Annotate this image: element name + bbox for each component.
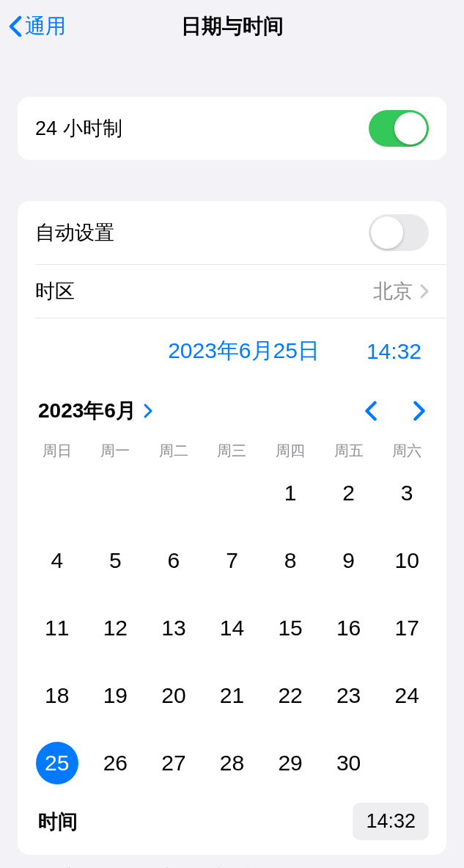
time-label: 时间 xyxy=(38,809,78,835)
day-number: 18 xyxy=(45,683,69,708)
month-navigation: 2023年6月 xyxy=(18,379,446,435)
chevron-right-icon xyxy=(420,284,429,299)
day-number: 19 xyxy=(103,683,128,708)
back-button[interactable]: 通用 xyxy=(0,12,66,40)
day-cell[interactable]: 28 xyxy=(203,743,262,784)
day-number: 3 xyxy=(401,481,413,506)
day-cell[interactable]: 12 xyxy=(86,608,145,649)
calendar-grid: 1234567891011121314151617181920212223242… xyxy=(18,467,446,795)
day-cell[interactable]: 21 xyxy=(203,675,262,716)
day-cell-empty xyxy=(203,473,262,514)
day-cell[interactable]: 13 xyxy=(144,608,203,649)
row-time-picker: 时间 14:32 xyxy=(18,795,446,855)
day-cell[interactable]: 17 xyxy=(378,608,436,649)
day-number: 20 xyxy=(161,683,185,708)
toggle-24hour[interactable] xyxy=(369,110,429,147)
day-number: 5 xyxy=(109,548,122,573)
day-cell[interactable]: 25 xyxy=(28,743,86,784)
chevron-right-icon xyxy=(144,404,152,418)
day-number: 29 xyxy=(278,751,302,776)
day-number: 11 xyxy=(45,616,69,641)
weekday-header: 周日周一周二周三周四周五周六 xyxy=(18,435,446,467)
day-number: 30 xyxy=(336,751,361,776)
toggle-auto-set[interactable] xyxy=(369,214,429,251)
day-cell[interactable]: 16 xyxy=(320,608,378,649)
day-number: 8 xyxy=(284,548,297,573)
section-24hour: 24 小时制 xyxy=(18,97,446,160)
day-cell[interactable]: 5 xyxy=(86,540,145,581)
day-cell[interactable]: 19 xyxy=(86,675,145,716)
weekday-label: 周日 xyxy=(28,441,86,461)
day-number: 4 xyxy=(51,548,63,573)
label-timezone: 时区 xyxy=(35,278,75,304)
day-cell-empty xyxy=(28,473,86,514)
back-label: 通用 xyxy=(25,12,66,40)
day-cell[interactable]: 20 xyxy=(144,675,203,716)
row-date-time-display: 2023年6月25日 14:32 xyxy=(18,318,446,379)
day-cell[interactable]: 11 xyxy=(28,608,86,649)
value-timezone: 北京 xyxy=(373,278,429,304)
label-24hour: 24 小时制 xyxy=(35,115,122,142)
day-cell[interactable]: 1 xyxy=(261,473,320,514)
day-number: 28 xyxy=(220,751,244,776)
weekday-label: 周三 xyxy=(203,441,262,461)
label-auto-set: 自动设置 xyxy=(35,219,114,246)
row-timezone[interactable]: 时区 北京 xyxy=(18,265,446,318)
toggle-knob xyxy=(394,112,427,145)
day-number: 12 xyxy=(103,616,128,641)
prev-month-button[interactable] xyxy=(364,401,378,421)
day-cell[interactable]: 23 xyxy=(320,675,378,716)
day-number: 9 xyxy=(342,548,355,573)
day-cell[interactable]: 2 xyxy=(320,473,378,514)
day-cell[interactable]: 26 xyxy=(86,743,145,784)
day-cell[interactable]: 6 xyxy=(144,540,203,581)
day-number: 27 xyxy=(161,751,185,776)
date-display[interactable]: 2023年6月25日 xyxy=(168,336,320,366)
day-cell[interactable]: 9 xyxy=(320,540,378,581)
day-number: 26 xyxy=(103,751,128,776)
day-number: 21 xyxy=(220,683,244,708)
header: 通用 日期与时间 xyxy=(0,0,464,53)
toggle-knob xyxy=(371,216,403,249)
day-cell[interactable]: 15 xyxy=(261,608,320,649)
weekday-label: 周五 xyxy=(320,441,378,461)
day-number: 2 xyxy=(342,481,355,506)
day-cell[interactable]: 14 xyxy=(203,608,262,649)
day-number: 14 xyxy=(220,616,244,641)
day-cell[interactable]: 29 xyxy=(261,743,320,784)
time-picker[interactable]: 14:32 xyxy=(353,803,429,840)
day-cell[interactable]: 3 xyxy=(378,473,436,514)
time-display[interactable]: 14:32 xyxy=(367,339,421,364)
weekday-label: 周二 xyxy=(144,441,203,461)
day-cell[interactable]: 10 xyxy=(378,540,436,581)
row-24hour: 24 小时制 xyxy=(18,97,446,160)
day-cell[interactable]: 30 xyxy=(320,743,378,784)
day-cell[interactable]: 24 xyxy=(378,675,436,716)
month-nav-arrows xyxy=(364,401,426,421)
day-cell[interactable]: 8 xyxy=(261,540,320,581)
next-month-button[interactable] xyxy=(413,401,426,421)
day-number: 10 xyxy=(395,548,419,573)
day-number: 1 xyxy=(284,481,297,506)
weekday-label: 周六 xyxy=(378,441,436,461)
chevron-left-icon xyxy=(9,15,22,37)
day-number: 15 xyxy=(278,616,302,641)
day-number: 16 xyxy=(336,616,361,641)
day-cell-empty xyxy=(86,473,145,514)
day-cell[interactable]: 27 xyxy=(144,743,203,784)
day-number: 17 xyxy=(395,616,419,641)
day-cell[interactable]: 7 xyxy=(203,540,262,581)
month-selector[interactable]: 2023年6月 xyxy=(38,397,152,425)
day-number: 25 xyxy=(36,742,78,784)
day-cell[interactable]: 18 xyxy=(28,675,86,716)
row-auto-set: 自动设置 xyxy=(18,201,446,264)
day-number: 13 xyxy=(161,616,185,641)
page-title: 日期与时间 xyxy=(181,12,284,40)
day-cell-empty xyxy=(144,473,203,514)
weekday-label: 周四 xyxy=(261,441,320,461)
day-cell[interactable]: 4 xyxy=(28,540,86,581)
day-number: 6 xyxy=(168,548,180,573)
day-cell[interactable]: 22 xyxy=(261,675,320,716)
day-number: 22 xyxy=(278,683,302,708)
weekday-label: 周一 xyxy=(86,441,145,461)
